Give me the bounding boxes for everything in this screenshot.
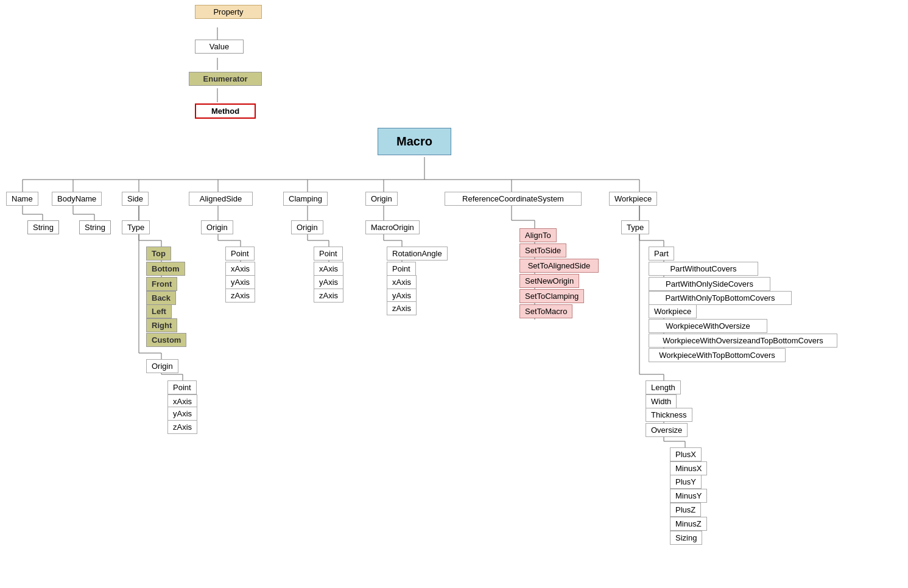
alignedside-origin-node: Origin	[201, 220, 233, 234]
side-origin-point: Point	[167, 380, 197, 394]
bottom-node: Bottom	[146, 262, 185, 276]
macroorigin-node: MacroOrigin	[365, 220, 420, 234]
top-node: Top	[146, 247, 171, 261]
partwithoutcovers-node: PartWithoutCovers	[649, 262, 758, 276]
macro-point: Point	[387, 262, 416, 276]
workpiece-main-node: Workpiece	[609, 192, 657, 206]
macro-xaxis: xAxis	[387, 275, 417, 289]
front-node: Front	[146, 277, 177, 291]
plusx-node: PlusX	[670, 447, 702, 461]
macro-yaxis: yAxis	[387, 289, 417, 303]
side-node: Side	[122, 192, 149, 206]
partwithonlysidecovers-node: PartWithOnlySideCovers	[649, 277, 770, 291]
setneworigin-node: SetNewOrigin	[519, 274, 579, 288]
string2-node: String	[79, 220, 111, 234]
legend-enumerator: Enumerator	[189, 72, 262, 86]
clamping-origin-node: Origin	[291, 220, 323, 234]
workpiece-type-workpiece: Workpiece	[649, 304, 697, 318]
left-node: Left	[146, 304, 172, 318]
minusy-node: MinusY	[670, 489, 707, 503]
part-node: Part	[649, 247, 674, 261]
clamping-zaxis: zAxis	[314, 289, 343, 303]
alignto-node: AlignTo	[519, 228, 557, 242]
settoside-node: SetToSide	[519, 243, 566, 257]
plusz-node: PlusZ	[670, 503, 701, 517]
clamping-yaxis: yAxis	[314, 275, 343, 289]
settoclamping-node: SetToClamping	[519, 289, 584, 303]
aligned-xaxis: xAxis	[225, 262, 255, 276]
partwithonlytopbottomcovers-node: PartWithOnlyTopBottomCovers	[649, 291, 792, 305]
minusz-node: MinusZ	[670, 517, 707, 531]
aligned-yaxis: yAxis	[225, 275, 255, 289]
alignedside-node: AlignedSide	[189, 192, 253, 206]
plusy-node: PlusY	[670, 475, 702, 489]
minusx-node: MinusX	[670, 461, 707, 475]
legend-property: Property	[195, 5, 262, 19]
side-origin-yaxis: yAxis	[167, 407, 197, 421]
workpiecewithoversize-node: WorkpieceWithOversize	[649, 319, 767, 333]
rotation-angle: RotationAngle	[387, 247, 448, 261]
diagram: Property Value Enumerator Method Macro N…	[0, 0, 908, 588]
width-node: Width	[646, 394, 677, 408]
thickness-node: Thickness	[646, 408, 692, 422]
oversize-node: Oversize	[646, 423, 688, 437]
workpiecewithoversizetopbottom-node: WorkpieceWithOversizeandTopBottomCovers	[649, 334, 837, 348]
legend-method: Method	[195, 103, 256, 119]
reference-node: ReferenceCoordinateSystem	[445, 192, 582, 206]
aligned-zaxis: zAxis	[225, 289, 255, 303]
aligned-point: Point	[225, 247, 255, 261]
back-node: Back	[146, 291, 176, 305]
sizing-node: Sizing	[670, 531, 702, 545]
workpiecewithtopbottomcovers-node: WorkpieceWithTopBottomCovers	[649, 348, 786, 362]
string1-node: String	[27, 220, 59, 234]
custom-node: Custom	[146, 333, 186, 347]
clamping-node: Clamping	[283, 192, 328, 206]
length-node: Length	[646, 380, 681, 394]
side-type-node: Type	[122, 220, 150, 234]
side-origin-node: Origin	[146, 359, 178, 373]
workpiece-type-node: Type	[621, 220, 649, 234]
side-origin-zaxis: zAxis	[167, 420, 197, 434]
clamping-point: Point	[314, 247, 343, 261]
macro-node: Macro	[378, 128, 451, 155]
right-node: Right	[146, 318, 177, 332]
settomacro-node: SetToMacro	[519, 304, 572, 318]
name-node: Name	[6, 192, 38, 206]
macro-zaxis: zAxis	[387, 301, 417, 315]
origin-node: Origin	[365, 192, 398, 206]
clamping-xaxis: xAxis	[314, 262, 343, 276]
bodyname-node: BodyName	[52, 192, 102, 206]
settoalignedside-node: SetToAlignedSide	[519, 259, 599, 273]
legend-value: Value	[195, 40, 244, 54]
